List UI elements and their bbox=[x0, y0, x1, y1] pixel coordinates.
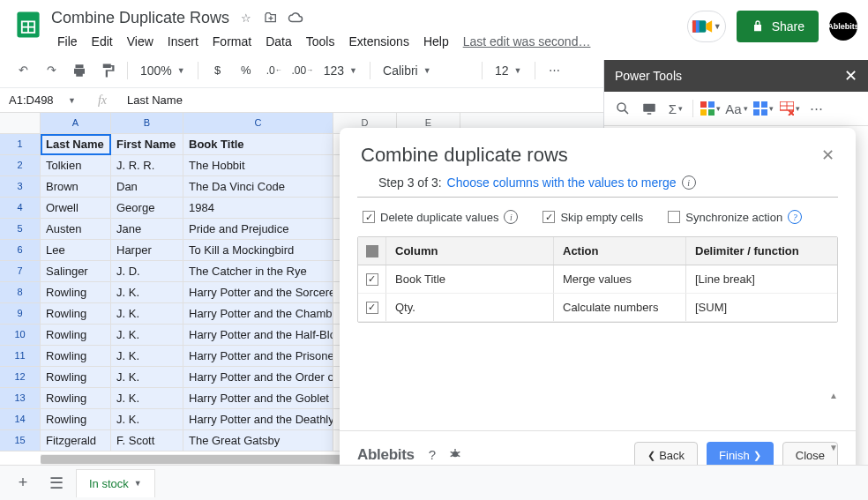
row-header[interactable]: 5 bbox=[0, 219, 41, 240]
opt-sync-action[interactable]: Synchronize action? bbox=[668, 210, 802, 224]
cell[interactable]: 1984 bbox=[183, 198, 333, 219]
cell[interactable]: J. K. bbox=[111, 409, 183, 430]
cell[interactable]: Rowling bbox=[41, 282, 111, 303]
cell[interactable]: J. K. bbox=[111, 325, 183, 346]
cell[interactable]: J. K. bbox=[111, 388, 183, 409]
col-header-a[interactable]: A bbox=[41, 113, 111, 134]
percent-icon[interactable]: % bbox=[234, 58, 258, 83]
cell[interactable]: Lee bbox=[41, 240, 111, 261]
checkbox-icon[interactable] bbox=[668, 211, 680, 223]
doc-title[interactable]: Combine Duplicate Rows bbox=[51, 9, 229, 27]
move-icon[interactable] bbox=[263, 10, 279, 26]
row-header[interactable]: 10 bbox=[0, 325, 41, 346]
row-header[interactable]: 11 bbox=[0, 346, 41, 367]
menu-format[interactable]: Format bbox=[206, 31, 258, 52]
squares-icon[interactable]: ▾ bbox=[752, 97, 774, 120]
row-header[interactable]: 2 bbox=[0, 155, 41, 176]
increase-decimal-icon[interactable]: .00→ bbox=[290, 58, 315, 83]
cell[interactable]: Rowling bbox=[41, 388, 111, 409]
name-box[interactable]: A1:D498▼ bbox=[0, 93, 85, 107]
font-size-select[interactable]: 12▼ bbox=[490, 63, 528, 78]
cell[interactable]: Pride and Prejudice bbox=[183, 219, 333, 240]
checkbox-icon[interactable] bbox=[366, 302, 378, 314]
sheets-logo[interactable] bbox=[11, 7, 46, 42]
cell[interactable]: The Da Vinci Code bbox=[183, 176, 333, 198]
sigma-icon[interactable]: Σ▾ bbox=[664, 97, 687, 120]
all-sheets-icon[interactable]: ☰ bbox=[42, 470, 71, 496]
cell[interactable]: George bbox=[111, 198, 183, 219]
row-header[interactable]: 14 bbox=[0, 409, 41, 430]
table-row[interactable]: Qty. Calculate numbers [SUM] bbox=[358, 294, 837, 322]
cell[interactable]: Rowling bbox=[41, 367, 111, 388]
row-header[interactable]: 9 bbox=[0, 303, 41, 325]
step-link[interactable]: Choose columns with the values to merge bbox=[447, 175, 677, 190]
menu-insert[interactable]: Insert bbox=[161, 31, 205, 52]
menu-view[interactable]: View bbox=[121, 31, 160, 52]
opt-skip-empty[interactable]: Skip empty cells bbox=[542, 210, 643, 224]
row-header[interactable]: 6 bbox=[0, 240, 41, 261]
cell[interactable]: Rowling bbox=[41, 325, 111, 346]
cloud-icon[interactable] bbox=[288, 10, 303, 26]
cell[interactable]: J. D. bbox=[111, 261, 183, 282]
menu-data[interactable]: Data bbox=[259, 31, 298, 52]
cell[interactable]: The Catcher in the Rye bbox=[183, 261, 333, 282]
meet-button[interactable]: ▼ bbox=[687, 11, 726, 42]
col-header-c[interactable]: C bbox=[183, 113, 333, 134]
cell[interactable]: Tolkien bbox=[41, 155, 111, 176]
info-icon[interactable]: i bbox=[504, 210, 518, 224]
cell[interactable]: J. K. bbox=[111, 282, 183, 303]
cell[interactable]: Rowling bbox=[41, 303, 111, 325]
row-header[interactable]: 1 bbox=[0, 134, 41, 155]
row-header[interactable]: 4 bbox=[0, 198, 41, 219]
zoom-select[interactable]: 100%▼ bbox=[135, 63, 191, 78]
cell[interactable]: Harper bbox=[111, 240, 183, 261]
more-icon[interactable]: ⋯ bbox=[804, 97, 827, 120]
cell[interactable]: First Name bbox=[111, 134, 183, 155]
cell[interactable]: Book Title bbox=[183, 134, 333, 155]
font-select[interactable]: Calibri▼ bbox=[378, 63, 475, 78]
cell[interactable]: Harry Potter and the Deathly Hallows bbox=[183, 409, 333, 430]
print-icon[interactable] bbox=[67, 58, 92, 83]
table-row[interactable]: Book Title Merge values [Line break] bbox=[358, 265, 837, 294]
cell[interactable]: Harry Potter and the Half-Blood Prince bbox=[183, 325, 333, 346]
number-format-select[interactable]: 123▼ bbox=[318, 63, 363, 78]
checkbox-icon[interactable] bbox=[366, 273, 378, 286]
row-header[interactable]: 15 bbox=[0, 430, 41, 451]
last-edit[interactable]: Last edit was second… bbox=[457, 31, 597, 52]
share-button[interactable]: Share bbox=[737, 11, 819, 42]
close-icon[interactable]: ✕ bbox=[844, 66, 857, 86]
cell[interactable]: Fitzgerald bbox=[41, 430, 111, 451]
close-icon[interactable]: ✕ bbox=[821, 146, 834, 165]
info-icon[interactable]: i bbox=[682, 175, 696, 190]
decrease-decimal-icon[interactable]: .0← bbox=[262, 58, 287, 83]
sheet-tab[interactable]: In stock▼ bbox=[76, 469, 155, 497]
cell[interactable]: Austen bbox=[41, 219, 111, 240]
menu-help[interactable]: Help bbox=[417, 31, 455, 52]
cell[interactable]: Orwell bbox=[41, 198, 111, 219]
screen-icon[interactable] bbox=[638, 97, 661, 120]
cell[interactable]: Dan bbox=[111, 176, 183, 198]
cell[interactable]: The Great Gatsby bbox=[183, 430, 333, 451]
undo-icon[interactable]: ↶ bbox=[11, 58, 35, 83]
checkbox-icon[interactable] bbox=[542, 211, 555, 223]
currency-icon[interactable]: $ bbox=[206, 58, 230, 83]
add-sheet-icon[interactable]: + bbox=[9, 470, 37, 496]
menu-extensions[interactable]: Extensions bbox=[342, 31, 415, 52]
help-icon[interactable]: ? bbox=[788, 210, 802, 224]
search-icon[interactable] bbox=[611, 97, 634, 120]
cell[interactable]: Last Name bbox=[41, 134, 111, 155]
menu-tools[interactable]: Tools bbox=[300, 31, 341, 52]
cell[interactable]: Harry Potter and the Chamber of Secrets bbox=[183, 303, 333, 325]
cell[interactable]: J. K. bbox=[111, 346, 183, 367]
cell[interactable]: Rowling bbox=[41, 346, 111, 367]
cell[interactable]: Salinger bbox=[41, 261, 111, 282]
cell[interactable]: Brown bbox=[41, 176, 111, 198]
row-header[interactable]: 8 bbox=[0, 282, 41, 303]
text-icon[interactable]: Aa▾ bbox=[725, 97, 748, 120]
menu-edit[interactable]: Edit bbox=[86, 31, 119, 52]
cell[interactable]: J. K. bbox=[111, 303, 183, 325]
cell[interactable]: J. K. bbox=[111, 367, 183, 388]
menu-file[interactable]: File bbox=[51, 31, 84, 52]
col-header-b[interactable]: B bbox=[111, 113, 183, 134]
vertical-scrollbar[interactable]: ▲▼ bbox=[829, 391, 836, 452]
